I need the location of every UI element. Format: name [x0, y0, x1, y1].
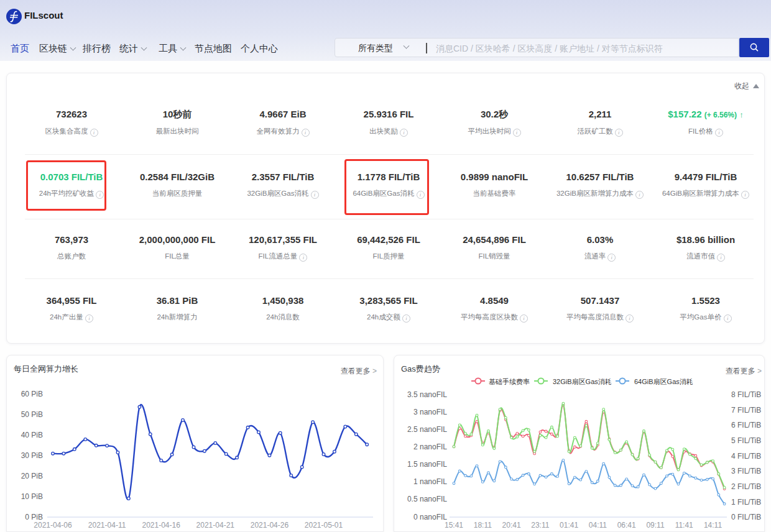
- svg-text:40 PiB: 40 PiB: [21, 431, 43, 439]
- svg-text:0.5 nanoFIL: 0.5 nanoFIL: [407, 495, 447, 503]
- svg-text:18:11: 18:11: [474, 521, 492, 530]
- svg-text:30 PiB: 30 PiB: [21, 451, 43, 460]
- svg-text:3 FIL/TiB: 3 FIL/TiB: [731, 467, 761, 475]
- svg-text:3.5 nanoFIL: 3.5 nanoFIL: [407, 390, 447, 399]
- svg-text:1 FIL/TiB: 1 FIL/TiB: [731, 498, 761, 507]
- svg-text:6 FIL/TiB: 6 FIL/TiB: [731, 421, 761, 429]
- svg-text:基础手续费率: 基础手续费率: [489, 378, 530, 385]
- svg-text:50 PiB: 50 PiB: [21, 410, 43, 419]
- svg-text:2 FIL/TiB: 2 FIL/TiB: [731, 482, 761, 491]
- svg-text:0 PiB: 0 PiB: [25, 513, 43, 521]
- svg-text:04:11: 04:11: [589, 521, 607, 530]
- svg-text:23:11: 23:11: [531, 521, 549, 530]
- svg-text:4 FIL/TiB: 4 FIL/TiB: [731, 452, 761, 461]
- svg-text:0 nanoFIL: 0 nanoFIL: [413, 513, 447, 521]
- svg-text:11:41: 11:41: [675, 521, 693, 530]
- svg-text:0 FIL/TiB: 0 FIL/TiB: [731, 513, 761, 521]
- svg-text:14:11: 14:11: [704, 521, 722, 530]
- svg-text:8 FIL/TiB: 8 FIL/TiB: [731, 390, 761, 399]
- svg-text:1.5 nanoFIL: 1.5 nanoFIL: [407, 460, 447, 469]
- svg-text:2021-04-11: 2021-04-11: [88, 521, 126, 530]
- svg-text:5 FIL/TiB: 5 FIL/TiB: [731, 436, 761, 445]
- svg-text:2 nanoFIL: 2 nanoFIL: [413, 443, 447, 451]
- svg-text:2021-05-01: 2021-05-01: [305, 521, 343, 530]
- svg-text:2021-04-21: 2021-04-21: [196, 521, 235, 530]
- svg-text:2021-04-06: 2021-04-06: [34, 521, 72, 530]
- svg-text:10 PiB: 10 PiB: [21, 492, 43, 501]
- svg-text:32GiB扇区Gas消耗: 32GiB扇区Gas消耗: [553, 378, 612, 385]
- svg-text:7 FIL/TiB: 7 FIL/TiB: [731, 406, 761, 415]
- svg-text:1 nanoFIL: 1 nanoFIL: [413, 477, 447, 486]
- svg-text:20 PiB: 20 PiB: [21, 472, 43, 480]
- svg-text:01:41: 01:41: [560, 521, 578, 530]
- svg-text:20:41: 20:41: [502, 521, 521, 530]
- svg-text:3 nanoFIL: 3 nanoFIL: [413, 408, 447, 416]
- svg-text:15:41: 15:41: [445, 521, 463, 530]
- svg-text:60 PiB: 60 PiB: [21, 390, 43, 398]
- svg-text:2021-04-16: 2021-04-16: [142, 521, 181, 530]
- svg-text:64GiB扇区Gas消耗: 64GiB扇区Gas消耗: [634, 378, 693, 385]
- svg-text:2021-04-26: 2021-04-26: [251, 521, 289, 530]
- svg-text:2.5 nanoFIL: 2.5 nanoFIL: [407, 425, 447, 434]
- svg-text:06:41: 06:41: [617, 521, 636, 530]
- svg-text:09:11: 09:11: [646, 521, 664, 530]
